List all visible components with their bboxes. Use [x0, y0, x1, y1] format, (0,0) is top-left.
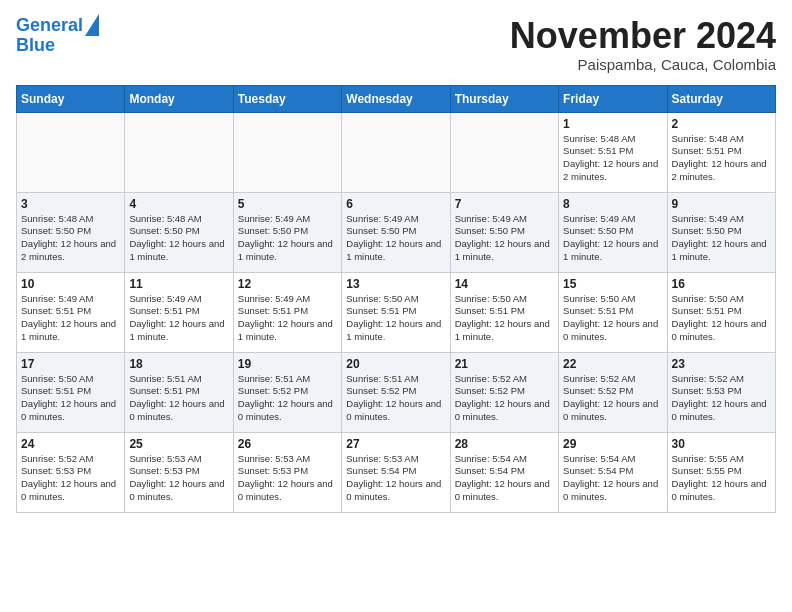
- calendar-cell: [233, 112, 341, 192]
- calendar-week-row: 17Sunrise: 5:50 AM Sunset: 5:51 PM Dayli…: [17, 352, 776, 432]
- day-info: Sunrise: 5:49 AM Sunset: 5:50 PM Dayligh…: [672, 213, 771, 264]
- calendar-cell: 24Sunrise: 5:52 AM Sunset: 5:53 PM Dayli…: [17, 432, 125, 512]
- day-info: Sunrise: 5:50 AM Sunset: 5:51 PM Dayligh…: [672, 293, 771, 344]
- day-number: 17: [21, 357, 120, 371]
- day-info: Sunrise: 5:50 AM Sunset: 5:51 PM Dayligh…: [455, 293, 554, 344]
- day-info: Sunrise: 5:55 AM Sunset: 5:55 PM Dayligh…: [672, 453, 771, 504]
- day-info: Sunrise: 5:49 AM Sunset: 5:50 PM Dayligh…: [238, 213, 337, 264]
- calendar-cell: 10Sunrise: 5:49 AM Sunset: 5:51 PM Dayli…: [17, 272, 125, 352]
- calendar-cell: 25Sunrise: 5:53 AM Sunset: 5:53 PM Dayli…: [125, 432, 233, 512]
- header-cell-monday: Monday: [125, 85, 233, 112]
- calendar-cell: 1Sunrise: 5:48 AM Sunset: 5:51 PM Daylig…: [559, 112, 667, 192]
- day-number: 28: [455, 437, 554, 451]
- day-number: 23: [672, 357, 771, 371]
- calendar-cell: 27Sunrise: 5:53 AM Sunset: 5:54 PM Dayli…: [342, 432, 450, 512]
- calendar-cell: 26Sunrise: 5:53 AM Sunset: 5:53 PM Dayli…: [233, 432, 341, 512]
- calendar-cell: 14Sunrise: 5:50 AM Sunset: 5:51 PM Dayli…: [450, 272, 558, 352]
- day-number: 24: [21, 437, 120, 451]
- day-info: Sunrise: 5:51 AM Sunset: 5:51 PM Dayligh…: [129, 373, 228, 424]
- day-number: 15: [563, 277, 662, 291]
- calendar-cell: 5Sunrise: 5:49 AM Sunset: 5:50 PM Daylig…: [233, 192, 341, 272]
- header-cell-thursday: Thursday: [450, 85, 558, 112]
- day-info: Sunrise: 5:48 AM Sunset: 5:50 PM Dayligh…: [21, 213, 120, 264]
- day-info: Sunrise: 5:50 AM Sunset: 5:51 PM Dayligh…: [563, 293, 662, 344]
- logo-triangle-icon: [85, 14, 99, 36]
- day-number: 7: [455, 197, 554, 211]
- day-info: Sunrise: 5:52 AM Sunset: 5:53 PM Dayligh…: [672, 373, 771, 424]
- calendar-week-row: 24Sunrise: 5:52 AM Sunset: 5:53 PM Dayli…: [17, 432, 776, 512]
- day-info: Sunrise: 5:48 AM Sunset: 5:51 PM Dayligh…: [563, 133, 662, 184]
- calendar-cell: 2Sunrise: 5:48 AM Sunset: 5:51 PM Daylig…: [667, 112, 775, 192]
- day-number: 25: [129, 437, 228, 451]
- calendar-cell: [450, 112, 558, 192]
- calendar-cell: 7Sunrise: 5:49 AM Sunset: 5:50 PM Daylig…: [450, 192, 558, 272]
- header-cell-wednesday: Wednesday: [342, 85, 450, 112]
- calendar-week-row: 10Sunrise: 5:49 AM Sunset: 5:51 PM Dayli…: [17, 272, 776, 352]
- day-number: 18: [129, 357, 228, 371]
- day-number: 26: [238, 437, 337, 451]
- calendar-cell: 6Sunrise: 5:49 AM Sunset: 5:50 PM Daylig…: [342, 192, 450, 272]
- calendar-cell: 22Sunrise: 5:52 AM Sunset: 5:52 PM Dayli…: [559, 352, 667, 432]
- calendar-cell: 30Sunrise: 5:55 AM Sunset: 5:55 PM Dayli…: [667, 432, 775, 512]
- day-info: Sunrise: 5:53 AM Sunset: 5:53 PM Dayligh…: [129, 453, 228, 504]
- day-number: 13: [346, 277, 445, 291]
- calendar-cell: 13Sunrise: 5:50 AM Sunset: 5:51 PM Dayli…: [342, 272, 450, 352]
- header-cell-saturday: Saturday: [667, 85, 775, 112]
- day-number: 30: [672, 437, 771, 451]
- calendar-cell: 29Sunrise: 5:54 AM Sunset: 5:54 PM Dayli…: [559, 432, 667, 512]
- day-info: Sunrise: 5:50 AM Sunset: 5:51 PM Dayligh…: [346, 293, 445, 344]
- calendar-cell: 18Sunrise: 5:51 AM Sunset: 5:51 PM Dayli…: [125, 352, 233, 432]
- day-info: Sunrise: 5:54 AM Sunset: 5:54 PM Dayligh…: [563, 453, 662, 504]
- calendar-cell: 17Sunrise: 5:50 AM Sunset: 5:51 PM Dayli…: [17, 352, 125, 432]
- calendar-table: SundayMondayTuesdayWednesdayThursdayFrid…: [16, 85, 776, 513]
- calendar-cell: 8Sunrise: 5:49 AM Sunset: 5:50 PM Daylig…: [559, 192, 667, 272]
- calendar-cell: 3Sunrise: 5:48 AM Sunset: 5:50 PM Daylig…: [17, 192, 125, 272]
- header-cell-sunday: Sunday: [17, 85, 125, 112]
- day-number: 22: [563, 357, 662, 371]
- day-info: Sunrise: 5:48 AM Sunset: 5:51 PM Dayligh…: [672, 133, 771, 184]
- calendar-cell: 4Sunrise: 5:48 AM Sunset: 5:50 PM Daylig…: [125, 192, 233, 272]
- day-info: Sunrise: 5:53 AM Sunset: 5:53 PM Dayligh…: [238, 453, 337, 504]
- day-number: 4: [129, 197, 228, 211]
- calendar-cell: 19Sunrise: 5:51 AM Sunset: 5:52 PM Dayli…: [233, 352, 341, 432]
- calendar-cell: 9Sunrise: 5:49 AM Sunset: 5:50 PM Daylig…: [667, 192, 775, 272]
- calendar-cell: 11Sunrise: 5:49 AM Sunset: 5:51 PM Dayli…: [125, 272, 233, 352]
- day-number: 21: [455, 357, 554, 371]
- day-info: Sunrise: 5:52 AM Sunset: 5:52 PM Dayligh…: [563, 373, 662, 424]
- day-info: Sunrise: 5:51 AM Sunset: 5:52 PM Dayligh…: [238, 373, 337, 424]
- day-number: 1: [563, 117, 662, 131]
- calendar-cell: 21Sunrise: 5:52 AM Sunset: 5:52 PM Dayli…: [450, 352, 558, 432]
- day-info: Sunrise: 5:54 AM Sunset: 5:54 PM Dayligh…: [455, 453, 554, 504]
- day-number: 14: [455, 277, 554, 291]
- day-number: 9: [672, 197, 771, 211]
- day-number: 5: [238, 197, 337, 211]
- calendar-title-block: November 2024 Paispamba, Cauca, Colombia: [510, 16, 776, 73]
- day-info: Sunrise: 5:49 AM Sunset: 5:50 PM Dayligh…: [563, 213, 662, 264]
- day-number: 27: [346, 437, 445, 451]
- day-number: 11: [129, 277, 228, 291]
- day-number: 2: [672, 117, 771, 131]
- day-info: Sunrise: 5:49 AM Sunset: 5:50 PM Dayligh…: [346, 213, 445, 264]
- page-header: General Blue November 2024 Paispamba, Ca…: [16, 16, 776, 73]
- header-cell-friday: Friday: [559, 85, 667, 112]
- day-info: Sunrise: 5:50 AM Sunset: 5:51 PM Dayligh…: [21, 373, 120, 424]
- day-number: 19: [238, 357, 337, 371]
- logo-text-blue: Blue: [16, 36, 55, 56]
- day-info: Sunrise: 5:48 AM Sunset: 5:50 PM Dayligh…: [129, 213, 228, 264]
- calendar-cell: [125, 112, 233, 192]
- day-info: Sunrise: 5:52 AM Sunset: 5:53 PM Dayligh…: [21, 453, 120, 504]
- day-number: 10: [21, 277, 120, 291]
- calendar-cell: 12Sunrise: 5:49 AM Sunset: 5:51 PM Dayli…: [233, 272, 341, 352]
- calendar-cell: 15Sunrise: 5:50 AM Sunset: 5:51 PM Dayli…: [559, 272, 667, 352]
- calendar-cell: 28Sunrise: 5:54 AM Sunset: 5:54 PM Dayli…: [450, 432, 558, 512]
- day-info: Sunrise: 5:49 AM Sunset: 5:51 PM Dayligh…: [238, 293, 337, 344]
- calendar-cell: [342, 112, 450, 192]
- calendar-header-row: SundayMondayTuesdayWednesdayThursdayFrid…: [17, 85, 776, 112]
- day-info: Sunrise: 5:52 AM Sunset: 5:52 PM Dayligh…: [455, 373, 554, 424]
- calendar-cell: 20Sunrise: 5:51 AM Sunset: 5:52 PM Dayli…: [342, 352, 450, 432]
- calendar-week-row: 3Sunrise: 5:48 AM Sunset: 5:50 PM Daylig…: [17, 192, 776, 272]
- day-number: 20: [346, 357, 445, 371]
- calendar-week-row: 1Sunrise: 5:48 AM Sunset: 5:51 PM Daylig…: [17, 112, 776, 192]
- calendar-cell: 16Sunrise: 5:50 AM Sunset: 5:51 PM Dayli…: [667, 272, 775, 352]
- calendar-title: November 2024: [510, 16, 776, 56]
